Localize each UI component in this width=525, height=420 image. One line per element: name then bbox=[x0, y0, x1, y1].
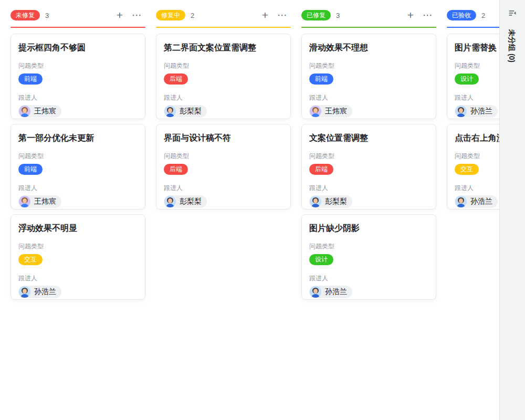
kanban-card[interactable]: 滑动效果不理想 问题类型 前端 跟进人 王炜宸 bbox=[301, 34, 436, 119]
issue-type-tag: 交互 bbox=[455, 164, 479, 175]
avatar-head bbox=[459, 108, 463, 113]
field-label-assignee: 跟进人 bbox=[309, 184, 428, 193]
kanban-card[interactable]: 提示框四角不够圆 问题类型 前端 跟进人 王炜宸 bbox=[10, 34, 145, 119]
issue-type-tag: 设计 bbox=[455, 74, 479, 85]
column-count: 3 bbox=[336, 12, 340, 19]
column-count: 3 bbox=[45, 12, 49, 19]
card-title: 点击右上角没反应 bbox=[455, 132, 499, 144]
assignee-name: 孙浩兰 bbox=[470, 197, 492, 206]
assignee-chip: 孙浩兰 bbox=[309, 286, 352, 298]
field-label-assignee: 跟进人 bbox=[164, 93, 283, 102]
issue-type-tag: 后端 bbox=[164, 74, 188, 85]
column-header: 已验收 2 + ⋯ bbox=[447, 8, 499, 22]
avatar-head bbox=[23, 108, 27, 113]
field-label-issue-type: 问题类型 bbox=[164, 152, 283, 161]
card-title: 浮动效果不明显 bbox=[18, 223, 138, 234]
kanban-card[interactable]: 浮动效果不明显 问题类型 交互 跟进人 孙浩兰 bbox=[10, 214, 145, 300]
kanban-card[interactable]: 图片需替换 问题类型 设计 跟进人 孙浩兰 bbox=[447, 34, 499, 119]
avatar-shirt bbox=[311, 204, 320, 207]
column-status-pill[interactable]: 已验收 bbox=[447, 10, 476, 20]
assignee-chip: 孙浩兰 bbox=[455, 195, 498, 208]
column-header: 修复中 2 + ⋯ bbox=[156, 8, 291, 22]
card-title: 提示框四角不够圆 bbox=[18, 42, 138, 54]
avatar-head bbox=[168, 198, 172, 203]
hidden-group-label[interactable]: 未分组 (0) bbox=[507, 29, 516, 62]
column-count: 2 bbox=[481, 12, 485, 19]
avatar bbox=[310, 196, 321, 207]
assignee-name: 王炜宸 bbox=[34, 197, 56, 206]
field-label-issue-type: 问题类型 bbox=[455, 152, 499, 161]
issue-type-tag: 前端 bbox=[309, 74, 333, 85]
field-label-issue-type: 问题类型 bbox=[309, 61, 428, 70]
kanban-card[interactable]: 第二界面文案位置需调整 问题类型 后端 跟进人 彭梨梨 bbox=[156, 34, 291, 119]
avatar-shirt bbox=[20, 204, 29, 207]
add-card-button[interactable]: + bbox=[114, 10, 125, 20]
avatar-head bbox=[459, 198, 463, 203]
card-title: 界面与设计稿不符 bbox=[164, 132, 283, 144]
collapse-panel-button[interactable] bbox=[507, 7, 519, 21]
avatar-head bbox=[313, 108, 318, 113]
field-label-assignee: 跟进人 bbox=[18, 274, 138, 283]
field-label-assignee: 跟进人 bbox=[18, 93, 138, 102]
avatar-shirt bbox=[311, 113, 320, 117]
kanban-card[interactable]: 点击右上角没反应 问题类型 交互 跟进人 孙浩兰 bbox=[447, 124, 499, 209]
avatar bbox=[310, 106, 321, 117]
avatar bbox=[164, 106, 176, 117]
avatar-shirt bbox=[457, 204, 465, 207]
issue-type-tag: 后端 bbox=[164, 164, 188, 175]
column-status-pill[interactable]: 修复中 bbox=[156, 10, 185, 20]
column-color-bar bbox=[10, 27, 145, 28]
add-card-button[interactable]: + bbox=[260, 10, 270, 20]
assignee-name: 孙浩兰 bbox=[34, 287, 56, 297]
card-list: 滑动效果不理想 问题类型 前端 跟进人 王炜宸 文案位置需调整 问题类型 后端 … bbox=[301, 34, 436, 300]
field-label-assignee: 跟进人 bbox=[455, 184, 499, 193]
avatar-shirt bbox=[20, 113, 29, 117]
field-label-assignee: 跟进人 bbox=[309, 93, 428, 102]
column-status-pill[interactable]: 已修复 bbox=[301, 10, 331, 20]
card-title: 第二界面文案位置需调整 bbox=[164, 42, 283, 54]
avatar-head bbox=[313, 289, 318, 293]
column-header: 已修复 3 + ⋯ bbox=[301, 8, 436, 22]
issue-type-tag: 后端 bbox=[309, 164, 333, 175]
column-more-button[interactable]: ⋯ bbox=[132, 10, 142, 20]
card-list: 图片需替换 问题类型 设计 跟进人 孙浩兰 点击右上角没反应 问题类型 交互 跟… bbox=[447, 34, 499, 209]
column-more-button[interactable]: ⋯ bbox=[423, 10, 433, 20]
field-label-issue-type: 问题类型 bbox=[455, 61, 499, 70]
add-card-button[interactable]: + bbox=[405, 10, 416, 20]
assignee-name: 王炜宸 bbox=[325, 107, 347, 116]
card-title: 滑动效果不理想 bbox=[309, 42, 428, 54]
card-list: 第二界面文案位置需调整 问题类型 后端 跟进人 彭梨梨 界面与设计稿不符 问题类… bbox=[156, 34, 291, 209]
field-label-issue-type: 问题类型 bbox=[164, 61, 283, 70]
assignee-name: 彭梨梨 bbox=[325, 197, 347, 206]
column-color-bar bbox=[301, 27, 436, 28]
field-label-assignee: 跟进人 bbox=[309, 274, 428, 283]
assignee-chip: 彭梨梨 bbox=[164, 105, 207, 118]
avatar-head bbox=[168, 108, 172, 113]
column-more-button[interactable]: ⋯ bbox=[277, 10, 288, 20]
assignee-chip: 王炜宸 bbox=[18, 195, 61, 208]
kanban-card[interactable]: 图片缺少阴影 问题类型 设计 跟进人 孙浩兰 bbox=[301, 214, 436, 300]
field-label-issue-type: 问题类型 bbox=[18, 61, 138, 70]
kanban-column: 已修复 3 + ⋯ 滑动效果不理想 问题类型 前端 跟进人 王炜宸 文案位置需调… bbox=[301, 8, 436, 300]
assignee-name: 孙浩兰 bbox=[470, 107, 492, 116]
kanban-column: 已验收 2 + ⋯ 图片需替换 问题类型 设计 跟进人 孙浩兰 点击右上角没反应… bbox=[447, 8, 499, 300]
column-count: 2 bbox=[191, 12, 194, 19]
avatar-shirt bbox=[166, 204, 174, 207]
card-title: 图片需替换 bbox=[455, 42, 499, 54]
assignee-chip: 王炜宸 bbox=[18, 105, 61, 118]
assignee-chip: 彭梨梨 bbox=[164, 195, 207, 208]
avatar bbox=[310, 286, 321, 298]
column-status-pill[interactable]: 未修复 bbox=[10, 10, 40, 20]
kanban-card[interactable]: 界面与设计稿不符 问题类型 后端 跟进人 彭梨梨 bbox=[156, 124, 291, 209]
assignee-chip: 彭梨梨 bbox=[309, 195, 352, 208]
kanban-card[interactable]: 第一部分优化未更新 问题类型 前端 跟进人 王炜宸 bbox=[10, 124, 145, 209]
avatar bbox=[19, 106, 30, 117]
collapse-list-icon bbox=[508, 8, 518, 18]
assignee-name: 彭梨梨 bbox=[180, 197, 202, 206]
assignee-chip: 孙浩兰 bbox=[455, 105, 498, 118]
field-label-assignee: 跟进人 bbox=[18, 184, 138, 193]
assignee-name: 孙浩兰 bbox=[325, 287, 347, 297]
kanban-card[interactable]: 文案位置需调整 问题类型 后端 跟进人 彭梨梨 bbox=[301, 124, 436, 209]
avatar bbox=[455, 106, 467, 117]
card-title: 图片缺少阴影 bbox=[309, 223, 428, 234]
